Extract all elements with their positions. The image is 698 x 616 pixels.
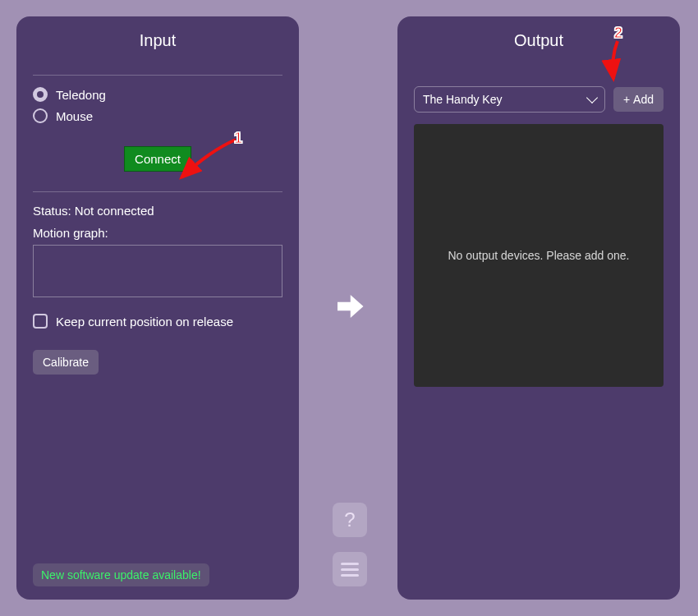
output-panel: Output The Handy Key +Add No output devi…: [397, 16, 680, 600]
menu-button[interactable]: [333, 552, 367, 586]
hamburger-icon: [341, 561, 359, 578]
calibrate-button[interactable]: Calibrate: [33, 350, 99, 375]
radio-icon: [33, 87, 48, 102]
add-button-label: Add: [633, 93, 654, 106]
help-button[interactable]: ?: [333, 503, 367, 537]
add-output-button[interactable]: +Add: [613, 87, 664, 112]
checkbox-icon: [33, 314, 48, 329]
output-panel-title: Output: [397, 16, 680, 58]
radio-option-mouse[interactable]: Mouse: [33, 108, 282, 123]
output-empty-message: No output devices. Please add one.: [448, 249, 629, 262]
flow-arrow-icon: [332, 289, 366, 324]
chevron-down-icon: [586, 92, 598, 103]
checkbox-label: Keep current position on release: [56, 315, 233, 329]
output-devices-list: No output devices. Please add one.: [414, 124, 664, 387]
status-text: Status: Not connected: [33, 204, 282, 218]
connect-button[interactable]: Connect: [124, 146, 191, 172]
select-value: The Handy Key: [423, 93, 503, 106]
separator: [33, 191, 282, 192]
keep-position-checkbox-row[interactable]: Keep current position on release: [33, 314, 282, 329]
question-icon: ?: [344, 508, 355, 531]
input-panel: Input Teledong Mouse Connect Status: Not…: [16, 16, 299, 600]
radio-icon: [33, 108, 48, 123]
radio-label: Mouse: [56, 109, 93, 123]
motion-graph-canvas: [33, 245, 282, 297]
plus-icon: +: [623, 93, 630, 106]
radio-option-teledong[interactable]: Teledong: [33, 87, 282, 102]
radio-label: Teledong: [56, 88, 106, 102]
motion-graph-label: Motion graph:: [33, 226, 282, 240]
input-panel-title: Input: [16, 16, 299, 58]
output-device-select[interactable]: The Handy Key: [414, 86, 605, 113]
separator: [33, 75, 282, 76]
update-banner[interactable]: New software update available!: [33, 563, 209, 586]
